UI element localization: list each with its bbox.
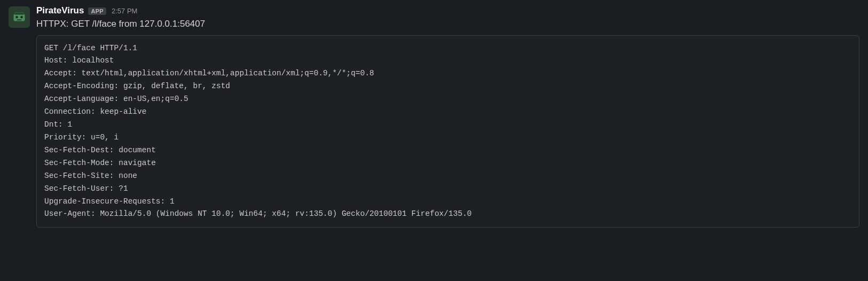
sender-name[interactable]: PirateVirus	[36, 5, 84, 16]
timestamp[interactable]: 2:57 PM	[112, 7, 137, 15]
message-content: PirateVirus APP 2:57 PM HTTPX: GET /l/fa…	[36, 5, 859, 228]
svg-rect-1	[14, 12, 24, 15]
pirate-icon	[11, 9, 27, 25]
message-text: HTTPX: GET /l/face from 127.0.0.1:56407	[36, 17, 859, 31]
svg-point-3	[20, 16, 23, 19]
code-block[interactable]: GET /l/face HTTP/1.1 Host: localhost Acc…	[36, 35, 859, 228]
svg-point-2	[15, 16, 18, 19]
app-badge: APP	[88, 7, 106, 15]
svg-rect-4	[17, 20, 22, 21]
chat-message: PirateVirus APP 2:57 PM HTTPX: GET /l/fa…	[9, 5, 859, 228]
message-header: PirateVirus APP 2:57 PM	[36, 5, 859, 16]
avatar[interactable]	[9, 6, 30, 28]
